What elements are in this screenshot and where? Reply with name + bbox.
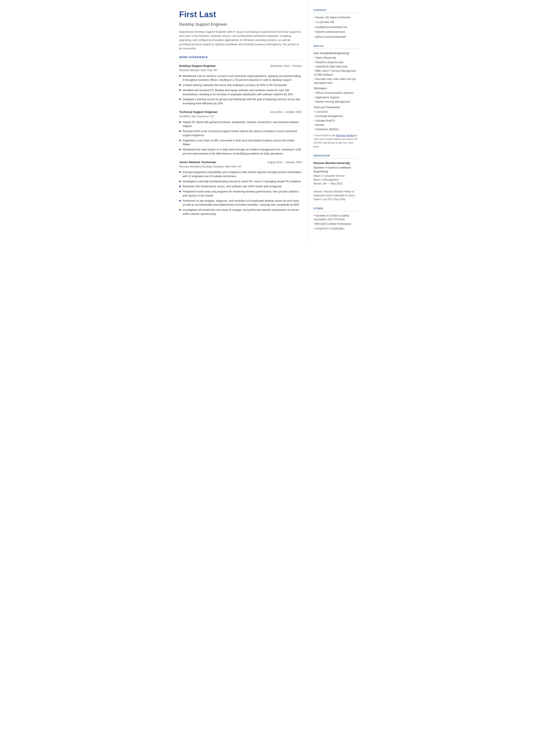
edu-degree: Bachelor of Science in Network Engineeri… (314, 166, 359, 174)
skills-category-2: Techniques: (314, 87, 359, 90)
contact-label: CONTACT (314, 9, 359, 13)
promo-link[interactable]: Resume Worded (336, 134, 355, 137)
bullet-icon (179, 98, 181, 100)
contact-section: CONTACT Denver, OH (Open to Remote) +1-2… (314, 9, 359, 39)
list-item: Maintained the case tracker on a daily b… (179, 148, 302, 156)
list-item: Resolved LAN infrastructure issues, and … (179, 184, 302, 188)
job-1-company: Resume Worded, New York, NY (179, 68, 302, 72)
bullet-icon (179, 200, 181, 202)
list-item: Ensured equipment compatibility and comp… (179, 170, 302, 179)
candidate-title: Desktop Support Engineer (179, 21, 302, 27)
skill-item: Recruiter note: enter skills from job de… (314, 77, 359, 85)
list-item: Created training materials that boost ne… (179, 83, 302, 87)
job-3-company: Resume Worded's Exciting Company, New Yo… (179, 165, 302, 169)
bullet-icon (179, 191, 181, 192)
bullet-icon (179, 121, 181, 123)
edu-detail-major: Major in Computer Science (314, 174, 359, 178)
skill-item: Virtual Communications Systems (314, 91, 359, 95)
education-label: EDUCATION (314, 154, 359, 159)
edu-school: Resume Worded University (314, 161, 359, 165)
bullet-icon (179, 209, 181, 210)
contact-item-linkedin: linkedin.com/in/username (314, 30, 359, 34)
bullet-icon (179, 140, 181, 141)
skill-item: SolarWinds Web Help Desk (314, 65, 359, 69)
job-1-header: Desktop Support Engineer November 2015 –… (179, 64, 302, 68)
other-item-3: CompTIA A+ Certification (314, 227, 359, 231)
list-item: Developed a self-help troubleshooting ma… (179, 180, 302, 183)
job-2-dates: June 2014 – October 2015 (270, 110, 302, 114)
list-item: Helped 50 clients with general hardware,… (179, 120, 302, 128)
candidate-name: First Last (179, 9, 302, 20)
job-2-bullets: Helped 50 clients with general hardware,… (179, 120, 302, 156)
bullet-icon (179, 130, 181, 132)
skill-item: Linux/Unix (314, 110, 359, 114)
contact-item-location: Denver, OH (Open to Remote) (314, 16, 359, 19)
job-3-title: Junior Network Technician (179, 160, 216, 164)
list-item: identified and resolved PC desktop and l… (179, 88, 302, 97)
skill-item: BMC Helix IT Service Management (ITSM) S… (314, 69, 359, 77)
job-3-header: Junior Network Technician August 2019 – … (179, 160, 302, 164)
other-item-2: Microsoft Certified Professional (314, 222, 359, 226)
edu-detail-minor: Minor in Management (314, 178, 359, 182)
bullet-icon (179, 185, 181, 187)
work-experience-label: WORK EXPERIENCE (179, 56, 302, 60)
job-1-title: Desktop Support Engineer (179, 64, 216, 68)
other-label: OTHER (314, 207, 359, 211)
education-section: EDUCATION Resume Worded University Bache… (314, 154, 359, 201)
header-section: First Last Desktop Support Engineer Expe… (179, 9, 302, 51)
other-item-1: Volunteer in Children's Safety Associati… (314, 214, 359, 222)
job-3-dates: August 2019 – January 2014 (268, 160, 302, 164)
list-item: Investigated and tested the root cause o… (179, 208, 302, 216)
list-item: Designed a training course for groups an… (179, 98, 302, 106)
list-item: Prepared 6-month tests and programs for … (179, 190, 302, 198)
job-2-header: Technical Support Engineer June 2014 – O… (179, 110, 302, 114)
candidate-summary: Experienced Desktop Support Engineer wit… (179, 30, 302, 51)
skills-category-3: Tools and Frameworks: (314, 106, 359, 109)
list-item: Resolved 90% Level 2 technical support t… (179, 129, 302, 137)
skill-item: Ultimate BootCD (314, 119, 359, 123)
skills-category-1: Data Visualization/Engineering: (314, 51, 359, 55)
right-column: CONTACT Denver, OH (Open to Remote) +1-2… (309, 0, 365, 245)
bullet-icon (179, 75, 181, 77)
job-1-bullets: Maintained a list of common concerns and… (179, 74, 302, 106)
other-section: OTHER Volunteer in Children's Safety Ass… (314, 207, 359, 231)
skills-section: SKILLS Data Visualization/Engineering: S… (314, 44, 359, 149)
skill-item: System Security Management (314, 100, 359, 104)
contact-item-phone: +1-234-456-789 (314, 20, 359, 24)
skill-item: Applications Support (314, 96, 359, 99)
contact-item-github: github.com/resumeworded (314, 35, 359, 39)
promo-text: • Don't forget to use Resume Worded to s… (314, 134, 359, 149)
job-3: Junior Network Technician August 2019 – … (179, 160, 302, 216)
skills-label: SKILLS (314, 44, 359, 49)
skill-item: Slack (Advanced) (314, 56, 359, 60)
bullet-icon (179, 149, 181, 150)
resume-page: First Last Desktop Support Engineer Expe… (171, 0, 365, 245)
bullet-icon (179, 181, 181, 182)
skill-item: Databases (MySQL) (314, 127, 359, 131)
job-1: Desktop Support Engineer November 2015 –… (179, 64, 302, 106)
job-2-company: Growthsi, San Francisco, CA (179, 114, 302, 118)
job-3-bullets: Ensured equipment compatibility and comp… (179, 170, 302, 216)
edu-detail-awards: Awards: Resume Worded Fellow of Engineer… (314, 190, 359, 201)
list-item: Performed on-site analysis, diagnosis, a… (179, 199, 302, 207)
edu-detail-location: Boston, MA — May 2018 (314, 182, 359, 185)
skill-item: NinjaOne (Experienced) (314, 61, 359, 64)
skill-item: Exchange Management (314, 114, 359, 118)
bullet-icon (179, 84, 181, 86)
list-item: Maintained a list of common concerns and… (179, 74, 302, 82)
job-2: Technical Support Engineer June 2014 – O… (179, 110, 302, 156)
list-item: Supported a user base of 400+ personnel … (179, 139, 302, 147)
bullet-icon (179, 90, 181, 91)
skill-item: McAfee (314, 123, 359, 127)
contact-item-email: email@resumeworded.com (314, 25, 359, 29)
job-1-dates: November 2015 – Present (270, 64, 302, 68)
bullet-icon (179, 171, 181, 173)
left-column: First Last Desktop Support Engineer Expe… (171, 0, 309, 245)
job-2-title: Technical Support Engineer (179, 110, 218, 114)
